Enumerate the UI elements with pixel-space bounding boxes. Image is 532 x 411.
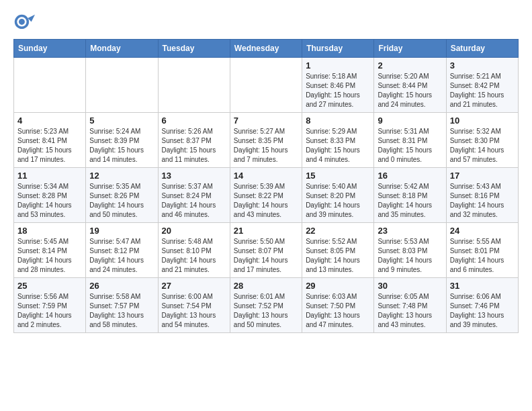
cell-1-2: 6Sunrise: 5:26 AM Sunset: 8:37 PM Daylig… <box>158 113 230 168</box>
day-number: 12 <box>89 171 154 181</box>
day-number: 31 <box>450 281 515 291</box>
day-number: 28 <box>234 281 298 291</box>
cell-1-4: 8Sunrise: 5:29 AM Sunset: 8:33 PM Daylig… <box>302 113 374 168</box>
col-header-friday: Friday <box>374 40 446 58</box>
cell-3-6: 24Sunrise: 5:55 AM Sunset: 8:01 PM Dayli… <box>446 223 518 278</box>
day-number: 10 <box>450 116 515 126</box>
day-info: Sunrise: 5:31 AM Sunset: 8:31 PM Dayligh… <box>378 127 442 165</box>
cell-2-6: 17Sunrise: 5:43 AM Sunset: 8:16 PM Dayli… <box>446 168 518 223</box>
cell-1-0: 4Sunrise: 5:23 AM Sunset: 8:41 PM Daylig… <box>14 113 86 168</box>
cell-3-4: 22Sunrise: 5:52 AM Sunset: 8:05 PM Dayli… <box>302 223 374 278</box>
cell-3-1: 19Sunrise: 5:47 AM Sunset: 8:12 PM Dayli… <box>86 223 158 278</box>
cell-2-2: 13Sunrise: 5:37 AM Sunset: 8:24 PM Dayli… <box>158 168 230 223</box>
logo <box>13 13 38 35</box>
day-info: Sunrise: 5:26 AM Sunset: 8:37 PM Dayligh… <box>162 127 226 165</box>
col-header-tuesday: Tuesday <box>158 40 230 58</box>
day-number: 6 <box>162 116 226 126</box>
day-number: 3 <box>450 60 515 71</box>
cell-4-3: 28Sunrise: 6:01 AM Sunset: 7:52 PM Dayli… <box>230 278 302 333</box>
day-number: 27 <box>162 281 226 291</box>
day-number: 20 <box>162 226 226 236</box>
day-info: Sunrise: 5:40 AM Sunset: 8:20 PM Dayligh… <box>306 182 370 220</box>
day-number: 11 <box>17 171 82 181</box>
cell-2-3: 14Sunrise: 5:39 AM Sunset: 8:22 PM Dayli… <box>230 168 302 223</box>
day-number: 9 <box>378 116 442 126</box>
cell-2-1: 12Sunrise: 5:35 AM Sunset: 8:26 PM Dayli… <box>86 168 158 223</box>
day-number: 19 <box>89 226 154 236</box>
day-info: Sunrise: 5:27 AM Sunset: 8:35 PM Dayligh… <box>234 127 298 165</box>
cell-0-0 <box>14 58 86 113</box>
day-number: 18 <box>17 226 82 236</box>
day-info: Sunrise: 5:55 AM Sunset: 8:01 PM Dayligh… <box>450 237 515 275</box>
day-info: Sunrise: 5:58 AM Sunset: 7:57 PM Dayligh… <box>89 292 154 330</box>
day-number: 26 <box>89 281 154 291</box>
day-info: Sunrise: 5:20 AM Sunset: 8:44 PM Dayligh… <box>378 72 442 109</box>
day-number: 17 <box>450 171 515 181</box>
cell-0-1 <box>86 58 158 113</box>
day-info: Sunrise: 5:53 AM Sunset: 8:03 PM Dayligh… <box>378 237 442 275</box>
cell-4-6: 31Sunrise: 6:06 AM Sunset: 7:46 PM Dayli… <box>446 278 518 333</box>
cell-4-1: 26Sunrise: 5:58 AM Sunset: 7:57 PM Dayli… <box>86 278 158 333</box>
header-row-days: SundayMondayTuesdayWednesdayThursdayFrid… <box>14 40 519 58</box>
day-info: Sunrise: 5:37 AM Sunset: 8:24 PM Dayligh… <box>162 182 226 220</box>
cell-3-3: 21Sunrise: 5:50 AM Sunset: 8:07 PM Dayli… <box>230 223 302 278</box>
cell-4-2: 27Sunrise: 6:00 AM Sunset: 7:54 PM Dayli… <box>158 278 230 333</box>
cell-2-4: 15Sunrise: 5:40 AM Sunset: 8:20 PM Dayli… <box>302 168 374 223</box>
day-number: 1 <box>306 60 370 71</box>
day-info: Sunrise: 5:32 AM Sunset: 8:30 PM Dayligh… <box>450 127 515 165</box>
day-info: Sunrise: 5:48 AM Sunset: 8:10 PM Dayligh… <box>162 237 226 275</box>
day-number: 24 <box>450 226 515 236</box>
cell-0-4: 1Sunrise: 5:18 AM Sunset: 8:46 PM Daylig… <box>302 58 374 113</box>
day-number: 8 <box>306 116 370 126</box>
svg-point-2 <box>19 19 25 25</box>
day-info: Sunrise: 5:23 AM Sunset: 8:41 PM Dayligh… <box>17 127 82 165</box>
col-header-sunday: Sunday <box>14 40 86 58</box>
day-info: Sunrise: 5:39 AM Sunset: 8:22 PM Dayligh… <box>234 182 298 220</box>
day-info: Sunrise: 5:56 AM Sunset: 7:59 PM Dayligh… <box>17 292 82 330</box>
day-number: 7 <box>234 116 298 126</box>
day-number: 16 <box>378 171 442 181</box>
cell-2-0: 11Sunrise: 5:34 AM Sunset: 8:28 PM Dayli… <box>14 168 86 223</box>
col-header-monday: Monday <box>86 40 158 58</box>
week-row-1: 4Sunrise: 5:23 AM Sunset: 8:41 PM Daylig… <box>14 113 519 168</box>
cell-4-4: 29Sunrise: 6:03 AM Sunset: 7:50 PM Dayli… <box>302 278 374 333</box>
cell-0-5: 2Sunrise: 5:20 AM Sunset: 8:44 PM Daylig… <box>374 58 446 113</box>
cell-1-5: 9Sunrise: 5:31 AM Sunset: 8:31 PM Daylig… <box>374 113 446 168</box>
day-info: Sunrise: 6:00 AM Sunset: 7:54 PM Dayligh… <box>162 292 226 330</box>
day-number: 15 <box>306 171 370 181</box>
cell-0-6: 3Sunrise: 5:21 AM Sunset: 8:42 PM Daylig… <box>446 58 518 113</box>
header-row <box>13 11 519 35</box>
day-number: 2 <box>378 60 442 71</box>
col-header-wednesday: Wednesday <box>230 40 302 58</box>
day-info: Sunrise: 5:42 AM Sunset: 8:18 PM Dayligh… <box>378 182 442 220</box>
week-row-4: 25Sunrise: 5:56 AM Sunset: 7:59 PM Dayli… <box>14 278 519 333</box>
col-header-thursday: Thursday <box>302 40 374 58</box>
day-info: Sunrise: 5:24 AM Sunset: 8:39 PM Dayligh… <box>89 127 154 165</box>
cell-0-3 <box>230 58 302 113</box>
day-number: 5 <box>89 116 154 126</box>
cell-3-2: 20Sunrise: 5:48 AM Sunset: 8:10 PM Dayli… <box>158 223 230 278</box>
cell-3-0: 18Sunrise: 5:45 AM Sunset: 8:14 PM Dayli… <box>14 223 86 278</box>
cell-1-3: 7Sunrise: 5:27 AM Sunset: 8:35 PM Daylig… <box>230 113 302 168</box>
day-info: Sunrise: 5:47 AM Sunset: 8:12 PM Dayligh… <box>89 237 154 275</box>
day-info: Sunrise: 6:06 AM Sunset: 7:46 PM Dayligh… <box>450 292 515 330</box>
cell-4-5: 30Sunrise: 6:05 AM Sunset: 7:48 PM Dayli… <box>374 278 446 333</box>
cell-0-2 <box>158 58 230 113</box>
calendar-table: SundayMondayTuesdayWednesdayThursdayFrid… <box>13 39 519 333</box>
col-header-saturday: Saturday <box>446 40 518 58</box>
day-number: 21 <box>234 226 298 236</box>
cell-3-5: 23Sunrise: 5:53 AM Sunset: 8:03 PM Dayli… <box>374 223 446 278</box>
week-row-0: 1Sunrise: 5:18 AM Sunset: 8:46 PM Daylig… <box>14 58 519 113</box>
day-number: 23 <box>378 226 442 236</box>
day-info: Sunrise: 5:21 AM Sunset: 8:42 PM Dayligh… <box>450 72 515 109</box>
logo-icon <box>13 13 35 35</box>
day-number: 30 <box>378 281 442 291</box>
day-info: Sunrise: 6:03 AM Sunset: 7:50 PM Dayligh… <box>306 292 370 330</box>
day-number: 22 <box>306 226 370 236</box>
day-info: Sunrise: 5:43 AM Sunset: 8:16 PM Dayligh… <box>450 182 515 220</box>
day-info: Sunrise: 6:01 AM Sunset: 7:52 PM Dayligh… <box>234 292 298 330</box>
day-info: Sunrise: 5:35 AM Sunset: 8:26 PM Dayligh… <box>89 182 154 220</box>
day-info: Sunrise: 5:52 AM Sunset: 8:05 PM Dayligh… <box>306 237 370 275</box>
day-info: Sunrise: 5:29 AM Sunset: 8:33 PM Dayligh… <box>306 127 370 165</box>
page: SundayMondayTuesdayWednesdayThursdayFrid… <box>0 0 532 340</box>
